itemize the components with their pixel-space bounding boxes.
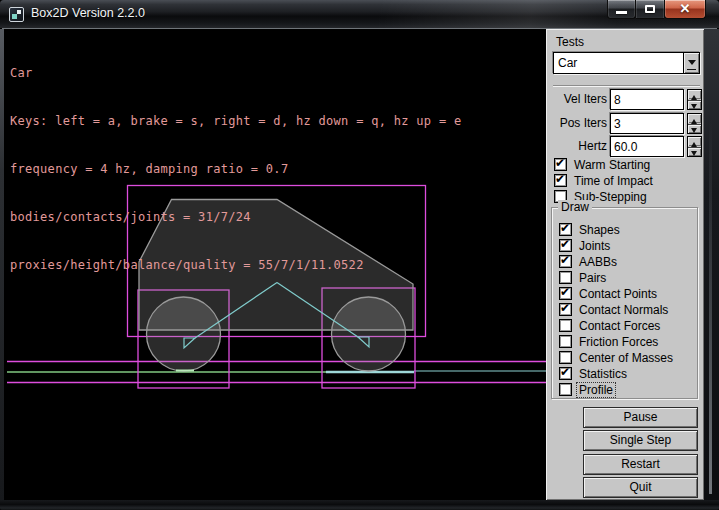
control-panel: Tests Car Vel Iters Pos Iters [546, 29, 704, 500]
checkbox-box: ✔ [559, 223, 572, 236]
window-border-right [704, 29, 719, 500]
hertz-input[interactable] [610, 136, 684, 157]
checkmark-icon: ✔ [560, 221, 570, 235]
chevron-underline [687, 69, 696, 70]
vel-iters-label: Vel Iters [546, 92, 607, 106]
checkbox-label: Warm Starting [574, 158, 650, 172]
checkbox-label: Contact Normals [579, 303, 668, 317]
checkbox-box: ✔ [559, 271, 572, 284]
spinner-up-icon [691, 139, 697, 147]
pause-button[interactable]: Pause [583, 407, 698, 428]
checkbox-box: ✔ [559, 239, 572, 252]
spinner-up-button[interactable] [688, 137, 701, 146]
checkbox-box: ✔ [559, 335, 572, 348]
checkmark-icon: ✔ [560, 285, 570, 299]
vel-iters-input[interactable] [610, 89, 684, 110]
stats-line-frequency: frequency = 4 hz, damping ratio = 0.7 [10, 161, 461, 177]
simulation-canvas[interactable]: Car Keys: left = a, brake = s, right = d… [4, 29, 546, 500]
stats-line-test-name: Car [10, 65, 461, 81]
maximize-icon [645, 5, 655, 13]
spinner-down-icon [691, 104, 697, 112]
checkbox-box: ✔ [559, 383, 572, 396]
tests-dropdown-button[interactable] [683, 53, 699, 73]
restart-button[interactable]: Restart [583, 454, 698, 475]
pos-iters-row: Pos Iters [546, 113, 704, 134]
window-controls: ✕ [607, 0, 706, 19]
chevron-down-icon [688, 60, 696, 69]
hertz-spinner [687, 136, 702, 157]
close-icon: ✕ [665, 0, 705, 18]
checkmark-icon: ✔ [560, 237, 570, 251]
spinner-down-button[interactable] [688, 124, 701, 133]
checkbox-box: ✔ [559, 255, 572, 268]
checkbox-box: ✔ [554, 174, 567, 187]
spinner-down-icon [691, 128, 697, 136]
checkbox-label: Contact Forces [579, 319, 660, 333]
checkmark-icon: ✔ [560, 253, 570, 267]
checkbox-label: Center of Masses [579, 351, 673, 365]
tests-dropdown[interactable]: Car [553, 52, 700, 74]
window-title: Box2D Version 2.2.0 [31, 0, 145, 29]
quit-button[interactable]: Quit [583, 477, 698, 498]
hertz-row: Hertz [546, 136, 704, 157]
checkbox-label: Time of Impact [574, 174, 653, 188]
debug-stats-text: Car Keys: left = a, brake = s, right = d… [10, 33, 461, 305]
minimize-icon [616, 11, 627, 14]
spinner-down-button[interactable] [688, 147, 701, 156]
pos-iters-input[interactable] [610, 113, 684, 134]
close-button[interactable]: ✕ [664, 0, 706, 19]
checkbox-box: ✔ [559, 287, 572, 300]
single-step-button[interactable]: Single Step [583, 430, 698, 451]
checkmark-icon: ✔ [555, 172, 565, 186]
title-bar[interactable]: Box2D Version 2.2.0 ✕ [0, 0, 719, 29]
tests-label: Tests [556, 35, 584, 49]
tests-dropdown-value: Car [558, 53, 577, 73]
checkmark-icon: ✔ [555, 156, 565, 170]
hertz-label: Hertz [546, 139, 607, 153]
checkbox-label: Contact Points [579, 287, 657, 301]
checkmark-icon: ✔ [560, 365, 570, 379]
spinner-down-button[interactable] [688, 100, 701, 109]
checkbox-box: ✔ [559, 303, 572, 316]
checkmark-icon: ✔ [560, 301, 570, 315]
spinner-up-icon [691, 92, 697, 100]
checkbox-box: ✔ [554, 158, 567, 171]
stats-line-bodies: bodies/contacts/joints = 31/7/24 [10, 209, 461, 225]
minimize-button[interactable] [607, 0, 636, 19]
checkbox-label: Pairs [579, 271, 606, 285]
checkbox-box: ✔ [559, 367, 572, 380]
pos-iters-label: Pos Iters [546, 116, 607, 130]
checkbox-label: Profile [577, 383, 615, 397]
separator [553, 85, 700, 87]
checkbox-label: Joints [579, 239, 610, 253]
pos-iters-spinner [687, 113, 702, 134]
vel-iters-spinner [687, 89, 702, 110]
checkbox-label: Friction Forces [579, 335, 658, 349]
checkbox-label: Statistics [579, 367, 627, 381]
app-icon [9, 7, 24, 22]
checkbox-label: AABBs [579, 255, 617, 269]
spinner-up-button[interactable] [688, 114, 701, 123]
stats-line-proxies: proxies/height/balance/quality = 55/7/1/… [10, 257, 461, 273]
spinner-up-icon [691, 116, 697, 124]
draw-group-label: Draw [558, 200, 592, 214]
spinner-up-button[interactable] [688, 90, 701, 99]
checkbox-label: Shapes [579, 223, 620, 237]
checkbox-box: ✔ [559, 319, 572, 332]
maximize-button[interactable] [636, 0, 664, 19]
stats-line-keys: Keys: left = a, brake = s, right = d, hz… [10, 113, 461, 129]
checkbox-box: ✔ [559, 351, 572, 364]
window-border-bottom [0, 500, 719, 510]
app-window: Box2D Version 2.2.0 ✕ [0, 0, 719, 510]
vel-iters-row: Vel Iters [546, 89, 704, 110]
spinner-down-icon [691, 151, 697, 159]
